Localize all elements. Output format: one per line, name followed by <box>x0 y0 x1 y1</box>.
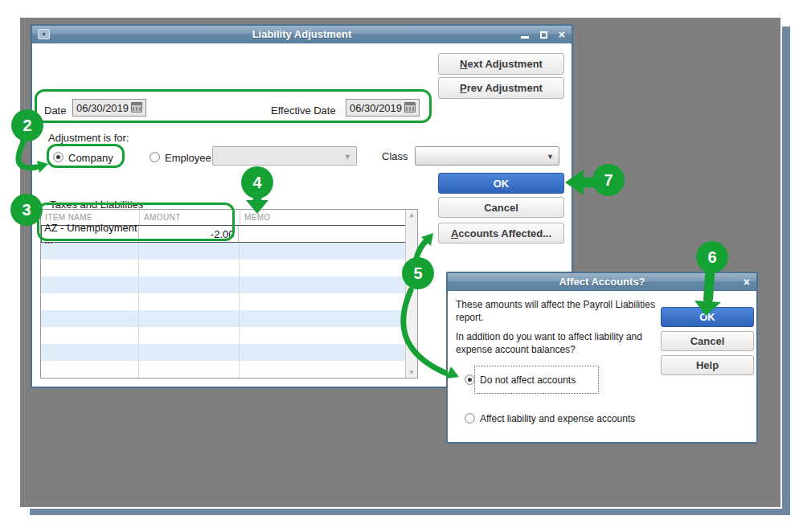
empty-cell[interactable] <box>139 243 240 260</box>
col-memo[interactable]: MEMO <box>240 210 407 225</box>
dialog-message-2: In addition do you want to affect liabil… <box>456 330 661 356</box>
tax-empty-rows <box>41 243 407 378</box>
empty-cell[interactable] <box>240 361 407 378</box>
date-input[interactable]: 06/30/2019 <box>72 99 146 117</box>
table-row-empty[interactable] <box>41 344 407 361</box>
annotation-badge-5: 5 <box>402 257 434 289</box>
empty-cell[interactable] <box>139 293 240 310</box>
empty-cell[interactable] <box>139 344 240 361</box>
prev-adjustment-button[interactable]: Prev Adjustment <box>438 77 564 99</box>
calendar-icon[interactable] <box>131 102 142 113</box>
empty-cell[interactable] <box>240 293 407 310</box>
scroll-up-icon[interactable]: ▲ <box>406 211 417 219</box>
screenshot-root: ▾ Liability Adjustment × Next Adjustment… <box>0 0 803 532</box>
effective-date-input[interactable]: 06/30/2019 <box>346 99 420 117</box>
do-not-affect-label[interactable]: Do not affect accounts <box>480 374 576 386</box>
close-icon[interactable]: × <box>744 276 750 288</box>
empty-cell[interactable] <box>41 293 139 310</box>
table-row-empty[interactable] <box>41 276 407 293</box>
chevron-down-icon: ▼ <box>344 153 351 161</box>
dialog-title: Affect Accounts? <box>448 276 756 288</box>
accounts-affected-button[interactable]: Accounts Affected... <box>438 223 564 243</box>
employee-radio-label[interactable]: Employee <box>165 152 211 164</box>
empty-cell[interactable] <box>41 344 139 361</box>
affect-accounts-dialog: Affect Accounts? × These amounts will af… <box>446 272 758 444</box>
date-label: Date <box>44 104 66 117</box>
col-amount[interactable]: AMOUNT <box>139 210 240 225</box>
empty-cell[interactable] <box>139 260 240 276</box>
window-titlebar[interactable]: ▾ Liability Adjustment × <box>32 26 572 43</box>
dialog-ok-button[interactable]: OK <box>661 307 754 327</box>
adjustment-for-label: Adjustment is for: <box>48 132 129 144</box>
do-not-affect-radio[interactable] <box>465 374 475 385</box>
dialog-titlebar[interactable]: Affect Accounts? × <box>448 273 756 291</box>
amount-cell[interactable]: -2.00 <box>139 226 240 242</box>
table-scrollbar[interactable]: ▲ ▼ <box>405 210 417 378</box>
table-row-empty[interactable] <box>41 327 407 344</box>
empty-cell[interactable] <box>41 276 139 293</box>
empty-cell[interactable] <box>139 276 240 293</box>
empty-cell[interactable] <box>139 361 240 378</box>
empty-cell[interactable] <box>240 260 407 276</box>
table-row-empty[interactable] <box>41 260 407 276</box>
annotation-badge-2: 2 <box>11 109 43 141</box>
empty-cell[interactable] <box>240 276 407 293</box>
close-icon[interactable]: × <box>559 29 565 40</box>
scroll-down-icon[interactable]: ▼ <box>406 369 417 376</box>
company-radio[interactable] <box>53 152 64 162</box>
employee-dropdown: ▼ <box>212 146 357 166</box>
empty-cell[interactable] <box>41 260 139 276</box>
table-row-empty[interactable] <box>41 243 407 260</box>
annotation-badge-7: 7 <box>592 164 625 196</box>
dialog-message-1: These amounts will affect the Payroll Li… <box>456 298 661 324</box>
empty-cell[interactable] <box>41 243 139 260</box>
next-adjustment-button[interactable]: Next Adjustment <box>438 53 564 75</box>
annotation-badge-4: 4 <box>241 166 273 198</box>
empty-cell[interactable] <box>139 310 240 327</box>
dialog-help-button[interactable]: Help <box>661 355 754 375</box>
affect-accounts-radio[interactable] <box>465 413 475 424</box>
maximize-icon[interactable] <box>540 31 547 39</box>
annotation-badge-3: 3 <box>10 194 43 226</box>
ok-button[interactable]: OK <box>438 173 564 194</box>
chevron-down-icon: ▼ <box>547 153 554 161</box>
annotation-badge-6: 6 <box>696 241 728 273</box>
item-name-cell[interactable]: AZ - Unemployment ... <box>42 226 139 242</box>
company-radio-label[interactable]: Company <box>68 152 113 164</box>
taxes-liabilities-table: ITEM NAME AMOUNT MEMO AZ - Unemployment … <box>40 209 418 379</box>
employee-radio[interactable] <box>150 152 160 162</box>
empty-cell[interactable] <box>41 310 139 327</box>
minimize-icon[interactable] <box>521 36 529 39</box>
table-row-empty[interactable] <box>41 361 407 378</box>
table-row-selected[interactable]: AZ - Unemployment ... -2.00 <box>41 225 407 243</box>
empty-cell[interactable] <box>139 327 240 344</box>
effective-date-label: Effective Date <box>271 104 336 117</box>
dialog-cancel-button[interactable]: Cancel <box>661 331 754 351</box>
empty-cell[interactable] <box>240 243 407 260</box>
empty-cell[interactable] <box>240 344 407 361</box>
cancel-button[interactable]: Cancel <box>438 197 564 218</box>
calendar-icon[interactable] <box>404 102 416 113</box>
empty-cell[interactable] <box>240 327 407 344</box>
empty-cell[interactable] <box>41 327 139 344</box>
class-dropdown[interactable]: ▼ <box>415 146 559 166</box>
table-row-empty[interactable] <box>41 293 407 310</box>
window-title: Liability Adjustment <box>32 28 572 40</box>
memo-cell[interactable] <box>239 226 406 242</box>
empty-cell[interactable] <box>240 310 407 327</box>
affect-accounts-label[interactable]: Affect liability and expense accounts <box>480 413 635 424</box>
class-label: Class <box>382 150 408 162</box>
empty-cell[interactable] <box>41 361 139 378</box>
table-row-empty[interactable] <box>41 310 407 327</box>
